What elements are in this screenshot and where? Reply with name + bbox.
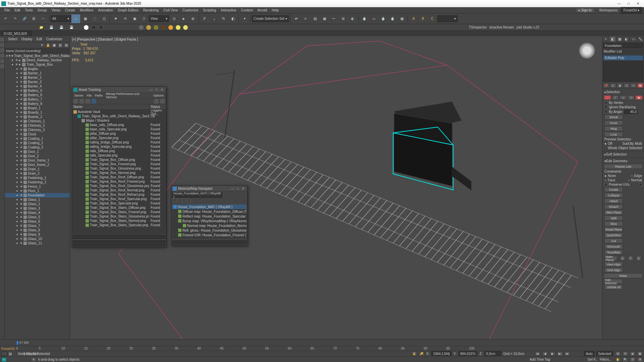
close-button[interactable]: ✕ [633, 1, 643, 7]
shade-7-icon[interactable] [183, 25, 188, 30]
asset-row[interactable]: Train_Signal_Box_Specular.pngFound [72, 201, 166, 205]
tree-door_frame_2[interactable]: ●❄Door_frame_2 [5, 163, 70, 167]
scene-close-icon[interactable]: ✕ [40, 43, 44, 48]
tree-coating_1[interactable]: ●❄Coating_1 [5, 136, 70, 141]
signin-button[interactable]: ▸ Sign In [576, 8, 594, 12]
dock-btn-4[interactable] [0, 54, 4, 58]
asset-menu-options[interactable]: Options [152, 94, 165, 97]
tree-glass_11[interactable]: ●❄Glass_11 [5, 241, 70, 245]
menu-animation[interactable]: Animation [96, 8, 115, 12]
script-icon[interactable]: ▸ [1, 357, 7, 362]
asset-row[interactable]: Train_Signal_Box_Roof_Normal.pngFound [72, 188, 166, 192]
poly-subobj-button[interactable]: ▢ [628, 95, 635, 100]
viewcube[interactable] [579, 42, 595, 59]
lock-icon[interactable]: 🔓 [412, 351, 417, 356]
next-frame-button[interactable]: ▶| [557, 351, 562, 356]
layer-icon[interactable]: ▤ [9, 352, 12, 356]
loop-button[interactable]: Loop [604, 132, 623, 137]
asset-row[interactable]: Train_Signal_Box_Roof_Fresnel.pngFound [72, 179, 166, 184]
dock-btn-5[interactable] [0, 59, 4, 63]
tree-fastening_1[interactable]: ●❄Fastening_1 [5, 176, 70, 180]
cut-button[interactable]: Cut [604, 238, 623, 243]
asset-row[interactable]: Train_Signal_Box_Fresnel.pngFound [72, 162, 166, 166]
tree-glass_10[interactable]: ●❄Glass_10 [5, 237, 70, 241]
merge-button[interactable]: 💾 [68, 24, 75, 31]
mat-item[interactable]: Fresnel IOR: House_Foundation_Fresnel (T… [172, 233, 247, 237]
show-result-button[interactable]: ▯ [610, 83, 616, 88]
tree-battery_5[interactable]: ●❄Battery_5 [5, 88, 70, 93]
dock-btn-6[interactable] [0, 64, 4, 68]
menu-interactive[interactable]: Interactive [218, 8, 238, 12]
scene-menu-edit[interactable]: Edit [35, 37, 44, 41]
color-swatch[interactable] [1, 352, 7, 356]
preserve-uv-check[interactable] [604, 183, 607, 186]
schematic-button[interactable]: ⊞ [339, 14, 347, 23]
asset-tool-2[interactable] [79, 99, 84, 104]
object-name-field[interactable]: Foundation [603, 43, 643, 48]
dock-btn-1[interactable] [0, 38, 4, 42]
repeat-last-button[interactable]: Repeat Last [604, 164, 643, 169]
tree-fastening_2[interactable]: ●❄Fastening_2 [5, 180, 70, 184]
asset-list[interactable]: Autodesk VaultLogged Out...Train_Signal_… [72, 110, 166, 234]
tree-train_signal_box[interactable]: ●❄▾Train_Signal_Box [5, 62, 70, 67]
tree-chimney_1[interactable]: ●❄Chimney_1 [5, 119, 70, 123]
asset-tracking-window[interactable]: Asset Tracking — □ ✕ ServerFilePathsBitm… [72, 86, 166, 247]
asset-row[interactable]: pillar_Specular.pngFound [72, 136, 166, 140]
scene-tool1-icon[interactable]: ▦ [52, 43, 56, 48]
shrink-button[interactable]: Shrink [604, 115, 623, 120]
modifier-stack[interactable]: Editable Poly [603, 55, 643, 82]
coord-z-field[interactable]: 0,0cm [484, 351, 501, 356]
asset-tool-6[interactable] [160, 99, 165, 104]
time-key[interactable] [16, 341, 19, 345]
asset-row[interactable]: Train_Signal_Box_Stairs_Glossiness.pngFo… [72, 214, 166, 219]
angle-spinner[interactable]: 45,0 [624, 110, 638, 114]
tree-door_frame_1[interactable]: ●❄Door_frame_1 [5, 158, 70, 163]
menu-customize[interactable]: Customize [180, 8, 201, 12]
asset-row[interactable]: rails_Specular.pngFound [72, 153, 166, 158]
mat-titlebar[interactable]: Material/Map Navigator — □ ✕ [171, 186, 247, 192]
msmooth-button[interactable]: MSmooth [604, 244, 623, 249]
modifier-list-label[interactable]: Modifier List [602, 49, 644, 54]
tree-glass_6[interactable]: ●❄Glass_6 [5, 219, 70, 224]
tree-coating_3[interactable]: ●❄Coating_3 [5, 145, 70, 149]
split-button[interactable]: Split [604, 216, 623, 221]
configure-button[interactable]: ≡ [630, 83, 636, 88]
asset-tool-3[interactable] [86, 99, 90, 104]
render-frame-button[interactable]: ▭ [369, 14, 378, 23]
element-subobj-button[interactable]: ▣ [635, 95, 643, 100]
place-button[interactable]: ⬡ [140, 14, 148, 23]
grow-button[interactable]: Grow [604, 120, 623, 125]
tree-glass_3[interactable]: ●❄Glass_3 [5, 206, 70, 210]
goto-end-button[interactable]: ⏭ [565, 351, 570, 356]
snap-button[interactable]: 3ʳ [200, 14, 209, 23]
layer-button[interactable]: ▤ [311, 14, 319, 23]
prev-frame-button[interactable]: ◀ [542, 351, 548, 356]
asset-menu-file[interactable]: File [85, 94, 94, 97]
mat-item[interactable]: Bump map: VRayNormalMap ( VRayNormalMap … [172, 219, 247, 223]
pin-stack-button[interactable]: 📌 [603, 83, 609, 88]
mat-minimize-icon[interactable]: — [230, 187, 235, 190]
nav-8[interactable]: ⊞ [637, 357, 643, 362]
menu-file[interactable]: File [2, 8, 12, 12]
asset-col-name[interactable]: Name [72, 104, 149, 109]
scene-menu-select[interactable]: Select [6, 37, 19, 41]
mat-close-icon[interactable]: ✕ [240, 187, 246, 190]
toggle-ribbon-button[interactable]: ▦ [320, 14, 329, 23]
menu-civil view[interactable]: Civil View [161, 8, 180, 12]
nav-1[interactable]: ⊞ [615, 351, 621, 356]
asset-row[interactable]: railing_bridge_Diffuse.pngFound [72, 140, 166, 144]
tree-glass_2[interactable]: ●❄Glass_2 [5, 202, 70, 206]
tree-battery_6[interactable]: ●❄Battery_6 [5, 93, 70, 97]
asset-row[interactable]: pillar_Diffuse.pngFound [72, 131, 166, 136]
nav-6[interactable]: 🔍 [623, 357, 628, 362]
tessellate-button[interactable]: Tessellate [604, 250, 623, 255]
goto-start-button[interactable]: ⏮ [535, 351, 540, 356]
create-button[interactable]: Create [604, 187, 623, 192]
save-button[interactable]: 💾 [48, 24, 55, 31]
unlink-button[interactable]: ⛓ [30, 14, 38, 23]
tree-glass_1[interactable]: ●❄Glass_1 [5, 197, 70, 202]
auto-key-button[interactable]: Auto [584, 351, 594, 356]
tab-utilities[interactable]: 🔧 [637, 36, 644, 42]
unhide-all-button[interactable]: Unhide All [604, 285, 623, 290]
dock-btn-2[interactable] [0, 43, 4, 47]
